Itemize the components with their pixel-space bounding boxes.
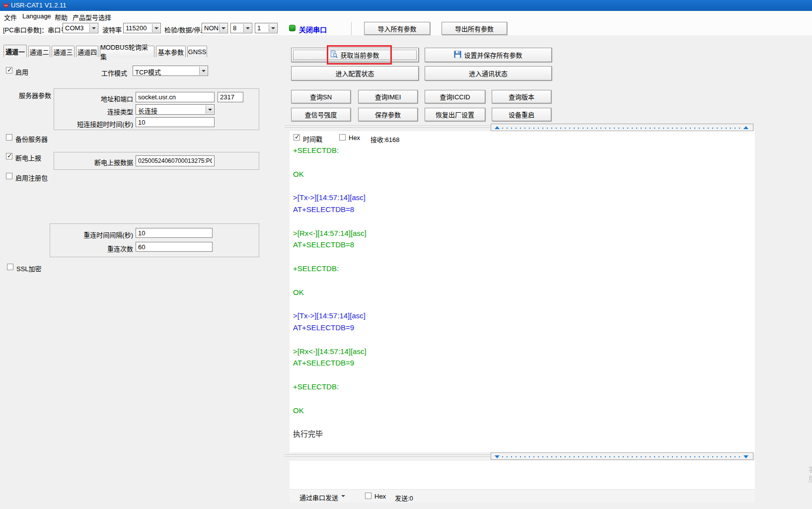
send-toolbar: 通过串口发送 Hex 发送:0 xyxy=(290,489,755,503)
backup-server-label: 备份服务器 xyxy=(15,134,48,144)
pc-serial-label: [PC串口参数]：串口号 xyxy=(3,25,67,34)
log-line: >[Tx->][14:57:14][asc] xyxy=(293,310,753,322)
short-timeout-input[interactable] xyxy=(136,117,215,127)
chevron-down-icon[interactable] xyxy=(199,67,207,75)
baud-select[interactable]: 115200 xyxy=(123,23,161,33)
triangle-up-icon xyxy=(743,126,748,129)
enable-label: 启用 xyxy=(15,67,28,76)
chevron-down-icon xyxy=(341,495,345,499)
log-line xyxy=(293,393,753,405)
log-line: AT+SELECTDB=8 xyxy=(293,204,753,216)
splitter-handle[interactable] xyxy=(285,126,490,128)
log-line: +SELECTDB: xyxy=(293,263,753,275)
work-mode-select[interactable]: TCP模式 xyxy=(133,66,208,76)
tab-channel-4[interactable]: 通道四 xyxy=(76,46,98,57)
splitter-handle[interactable] xyxy=(285,454,490,456)
conn-type-label: 连接类型 xyxy=(65,107,133,116)
ssl-checkbox[interactable] xyxy=(7,264,13,270)
reconnect-interval-input[interactable] xyxy=(136,228,213,238)
server-params-label: 服务器参数 xyxy=(19,90,51,100)
chevron-down-icon[interactable] xyxy=(206,105,214,114)
baud-label: 波特率 xyxy=(102,25,122,34)
short-timeout-label: 短连接超时时间(秒) xyxy=(64,119,133,129)
log-line xyxy=(293,216,753,227)
log-line xyxy=(293,416,753,428)
query-imei-button[interactable]: 查询IMEI xyxy=(358,90,418,103)
log-line xyxy=(293,156,753,168)
tab-gnss[interactable]: GNSS xyxy=(187,46,207,57)
work-mode-label: 工作模式 xyxy=(101,68,127,77)
chevron-down-icon[interactable] xyxy=(219,24,227,32)
stopbits-select[interactable]: 1 xyxy=(255,23,278,33)
log-line: AT+SELECTDB=9 xyxy=(293,357,753,369)
log-line: >[Tx->][14:57:14][asc] xyxy=(293,192,753,204)
get-current-params-button[interactable]: 获取当前参数 xyxy=(291,48,419,62)
chevron-down-icon[interactable] xyxy=(269,24,277,32)
log-line xyxy=(293,251,753,263)
tx-hex-checkbox[interactable] xyxy=(365,493,371,499)
slider-ticks xyxy=(502,128,740,129)
power-report-checkbox[interactable] xyxy=(6,153,12,159)
factory-reset-button[interactable]: 恢复出厂设置 xyxy=(425,108,485,121)
search-doc-icon xyxy=(330,51,338,60)
reconnect-count-input[interactable] xyxy=(136,242,213,252)
databits-select[interactable]: 8 xyxy=(230,23,252,33)
tab-channel-3[interactable]: 通道三 xyxy=(52,46,74,57)
tab-basic-params[interactable]: 基本参数 xyxy=(156,46,186,57)
log-line: +SELECTDB: xyxy=(293,381,753,393)
reconnect-interval-label: 重连时间间隔(秒) xyxy=(64,230,133,239)
chevron-down-icon[interactable] xyxy=(89,24,97,32)
parity-select[interactable]: NONI xyxy=(202,23,228,33)
backup-server-checkbox[interactable] xyxy=(6,134,12,141)
query-version-button[interactable]: 查询版本 xyxy=(492,90,551,103)
tab-channel-2[interactable]: 通道二 xyxy=(28,46,50,57)
query-sn-button[interactable]: 查询SN xyxy=(291,90,351,103)
close-serial-button[interactable]: 关闭串口 xyxy=(299,24,327,34)
log-line: AT+SELECTDB=8 xyxy=(293,239,753,251)
log-line xyxy=(293,334,753,346)
title-bar[interactable]: USR-CAT1 V1.2.11 xyxy=(0,0,812,11)
parity-label: 检验/数据/停止 xyxy=(164,25,207,34)
receive-panel: 时间戳 Hex 接收:6168 +SELECTDB: OK >[Tx->][14… xyxy=(290,131,755,452)
register-pack-label: 启用注册包 xyxy=(15,173,48,182)
send-input[interactable] xyxy=(290,461,755,489)
log-line: 执行完毕 xyxy=(293,428,753,440)
receive-area-slider[interactable] xyxy=(491,124,753,131)
com-port-select[interactable]: COM3 xyxy=(63,23,98,33)
send-via-serial-dropdown[interactable]: 通过串口发送 xyxy=(299,493,338,502)
chevron-down-icon[interactable] xyxy=(243,24,251,32)
send-area-slider[interactable] xyxy=(491,452,753,460)
server-port-input[interactable] xyxy=(218,92,243,102)
query-iccid-button[interactable]: 查询ICCID xyxy=(425,90,485,103)
save-params-button[interactable]: 保存参数 xyxy=(358,108,418,121)
log-line: OK xyxy=(293,405,753,417)
import-all-params-button[interactable]: 导入所有参数 xyxy=(364,22,430,35)
power-report-data-label: 断电上报数据 xyxy=(89,157,133,167)
enter-config-state-button[interactable]: 进入配置状态 xyxy=(291,66,419,80)
power-report-label: 断电上报 xyxy=(15,153,41,162)
receive-log[interactable]: +SELECTDB: OK >[Tx->][14:57:14][asc]AT+S… xyxy=(293,145,753,451)
server-address-input[interactable] xyxy=(136,92,215,102)
log-line: OK xyxy=(293,168,753,180)
log-line xyxy=(293,275,753,287)
tx-hex-label: Hex xyxy=(374,493,386,500)
timestamp-checkbox[interactable] xyxy=(294,134,300,141)
menu-language[interactable]: Language xyxy=(22,12,51,20)
send-panel: 通过串口发送 Hex 发送:0 xyxy=(290,461,755,503)
log-line: >[Rx<-][14:57:14][asc] xyxy=(293,227,753,239)
serial-open-status-icon xyxy=(289,25,295,31)
register-pack-checkbox[interactable] xyxy=(6,173,12,179)
tab-channel-1[interactable]: 通道一 xyxy=(3,45,27,57)
export-all-params-button[interactable]: 导出所有参数 xyxy=(442,22,507,35)
tab-modbus-poll[interactable]: MODBUS轮询采集 xyxy=(100,46,154,57)
power-report-data-input[interactable] xyxy=(136,155,215,166)
menu-bar: 文件 Language 帮助 产品型号选择 xyxy=(0,11,812,21)
conn-type-select[interactable]: 长连接 xyxy=(136,104,215,115)
set-save-all-params-button[interactable]: 设置并保存所有参数 xyxy=(425,48,552,62)
enter-comm-state-button[interactable]: 进入通讯状态 xyxy=(425,66,552,80)
rx-hex-checkbox[interactable] xyxy=(339,134,346,141)
chevron-down-icon[interactable] xyxy=(152,24,160,32)
enable-checkbox[interactable] xyxy=(6,67,12,73)
device-reboot-button[interactable]: 设备重启 xyxy=(492,108,551,121)
query-signal-button[interactable]: 查信号强度 xyxy=(291,108,351,121)
